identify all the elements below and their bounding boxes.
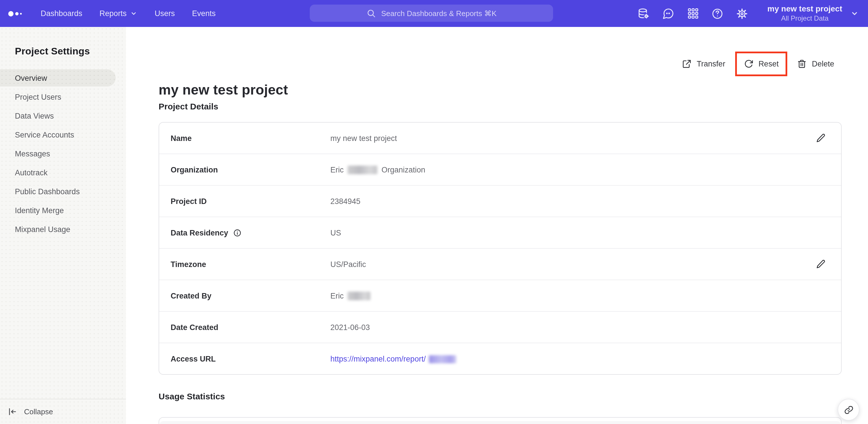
row-label-text: Data Residency <box>170 228 228 237</box>
sidebar-item-mixpanel-usage[interactable]: Mixpanel Usage <box>0 221 126 238</box>
delete-button[interactable]: Delete <box>788 52 843 76</box>
help-button[interactable] <box>709 5 726 22</box>
row-value: Eric <box>330 291 371 300</box>
nav-item-dashboards[interactable]: Dashboards <box>32 0 91 27</box>
nav-right-group: my new test project All Project Data <box>635 0 859 27</box>
row-value-text: Organization <box>382 165 426 174</box>
reset-button[interactable]: Reset <box>735 52 787 76</box>
usage-section-heading: Usage Statistics <box>159 391 225 401</box>
sidebar-item-label: Data Views <box>15 111 54 120</box>
sidebar-item-public-dashboards[interactable]: Public Dashboards <box>0 183 126 200</box>
reset-icon <box>743 59 753 69</box>
copy-link-fab[interactable] <box>838 399 860 421</box>
collapse-sidebar-button[interactable]: Collapse <box>0 399 126 424</box>
row-value: 2021-06-03 <box>330 323 370 332</box>
collapse-label: Collapse <box>24 407 53 416</box>
sidebar-item-project-users[interactable]: Project Users <box>0 88 126 106</box>
nav-item-label: Dashboards <box>41 9 83 18</box>
mixpanel-dots-icon <box>6 5 26 22</box>
info-icon <box>233 228 241 237</box>
sidebar-item-service-accounts[interactable]: Service Accounts <box>0 126 126 143</box>
sidebar-item-label: Service Accounts <box>15 130 74 139</box>
redacted-blur <box>348 291 371 300</box>
row-label-text: Created By <box>170 291 212 300</box>
row-label: Project ID <box>170 197 330 205</box>
row-value: my new test project <box>330 134 397 142</box>
row-label-text: Project ID <box>170 197 207 205</box>
detail-row-organization: Organization Eric Organization <box>159 154 841 186</box>
access-url-link[interactable]: https://mixpanel.com/report/ <box>330 355 456 363</box>
project-switcher[interactable]: my new test project All Project Data <box>768 4 859 23</box>
detail-row-project-id: Project ID 2384945 <box>159 186 841 217</box>
details-section-heading: Project Details <box>159 102 218 111</box>
search-placeholder: Search Dashboards & Reports ⌘K <box>381 9 496 18</box>
sidebar-item-label: Mixpanel Usage <box>15 225 70 233</box>
sidebar-item-messages[interactable]: Messages <box>0 145 126 162</box>
pencil-icon <box>816 133 826 143</box>
row-label-text: Organization <box>170 165 218 174</box>
row-value-text: US/Pacific <box>330 260 366 268</box>
chevron-down-icon <box>130 10 137 17</box>
row-value-text: 2384945 <box>330 197 361 205</box>
detail-row-date-created: Date Created 2021-06-03 <box>159 312 841 343</box>
access-url-text: https://mixpanel.com/report/ <box>330 355 426 363</box>
collapse-panel-icon <box>7 407 17 417</box>
settings-sidebar: Project Settings Overview Project Users … <box>0 27 126 424</box>
nav-item-users[interactable]: Users <box>146 0 184 27</box>
row-label-text: Timezone <box>170 260 206 268</box>
nav-left-group: Dashboards Reports Users Events <box>0 0 224 27</box>
row-value-text: Eric <box>330 291 344 300</box>
reset-label: Reset <box>758 60 779 68</box>
redacted-blur <box>348 165 378 174</box>
app-window: Dashboards Reports Users Events Search D… <box>0 0 868 424</box>
sidebar-item-overview[interactable]: Overview <box>0 69 116 86</box>
detail-row-access-url: Access URL https://mixpanel.com/report/ <box>159 343 841 375</box>
row-value: 2384945 <box>330 197 361 205</box>
row-value-text: US <box>330 228 341 237</box>
mixpanel-logo[interactable] <box>6 5 26 22</box>
page-title: my new test project <box>159 82 288 98</box>
top-navigation-bar: Dashboards Reports Users Events Search D… <box>0 0 868 27</box>
row-value: US <box>330 228 341 237</box>
apps-grid-button[interactable] <box>684 5 702 22</box>
detail-row-name: Name my new test project <box>159 123 841 154</box>
edit-timezone-button[interactable] <box>816 259 826 269</box>
usage-statistics-card <box>159 417 842 424</box>
nav-item-label: Users <box>155 9 175 18</box>
row-label: Created By <box>170 291 330 300</box>
nav-item-events[interactable]: Events <box>184 0 224 27</box>
sidebar-item-label: Identity Merge <box>15 206 64 215</box>
pencil-icon <box>816 259 826 269</box>
row-label: Name <box>170 134 330 142</box>
data-management-button[interactable] <box>635 5 652 22</box>
data-residency-info-button[interactable] <box>233 228 241 237</box>
global-search-button[interactable]: Search Dashboards & Reports ⌘K <box>310 5 553 22</box>
row-label: Data Residency <box>170 228 330 237</box>
sidebar-item-data-views[interactable]: Data Views <box>0 107 126 124</box>
data-management-icon <box>638 7 650 20</box>
row-label: Organization <box>170 165 330 174</box>
chevron-down-icon <box>850 9 859 18</box>
project-switcher-text: my new test project All Project Data <box>768 4 842 23</box>
nav-item-reports[interactable]: Reports <box>91 0 146 27</box>
row-value-text: 2021-06-03 <box>330 323 370 332</box>
row-label-text: Date Created <box>170 323 218 332</box>
sidebar-item-label: Autotrack <box>15 168 48 177</box>
transfer-button[interactable]: Transfer <box>673 52 734 76</box>
row-value: US/Pacific <box>330 260 366 268</box>
sidebar-item-label: Project Users <box>15 92 61 101</box>
sidebar-item-identity-merge[interactable]: Identity Merge <box>0 202 126 219</box>
sidebar-item-label: Messages <box>15 149 50 158</box>
feedback-button[interactable] <box>660 5 677 22</box>
settings-gear-button[interactable] <box>734 5 751 22</box>
settings-gear-icon <box>736 7 749 20</box>
row-label: Timezone <box>170 260 330 268</box>
row-value: Eric Organization <box>330 165 426 174</box>
sidebar-item-autotrack[interactable]: Autotrack <box>0 164 126 181</box>
transfer-label: Transfer <box>697 60 725 68</box>
detail-row-timezone: Timezone US/Pacific <box>159 249 841 280</box>
sidebar-item-label: Overview <box>15 74 47 82</box>
current-project-name: my new test project <box>768 4 842 14</box>
edit-name-button[interactable] <box>816 133 826 143</box>
transfer-icon <box>682 59 692 69</box>
